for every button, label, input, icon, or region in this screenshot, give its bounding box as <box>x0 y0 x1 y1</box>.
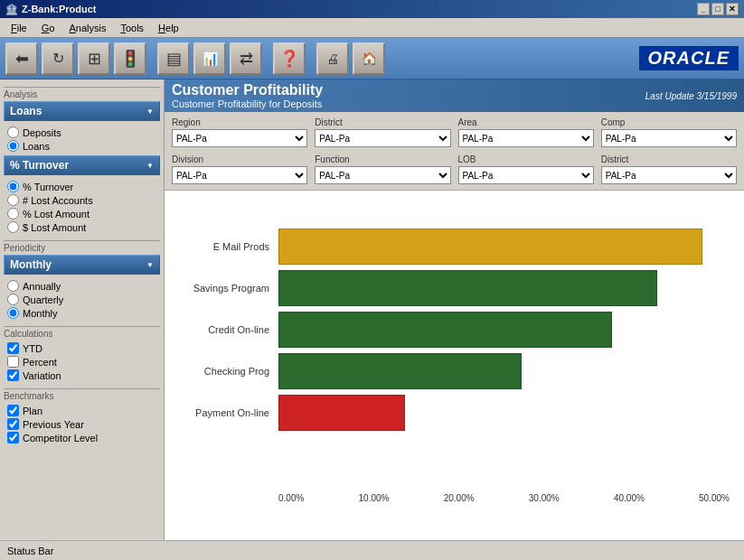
bar-row: Checking Prog <box>179 353 730 389</box>
variation-option[interactable]: Variation <box>7 369 156 381</box>
ytd-option[interactable]: YTD <box>7 342 156 354</box>
x-axis: 0.00% 10.00% 20.00% 30.00% 40.00% 50.00% <box>179 493 730 503</box>
menu-bar: File Go Analysis Tools Help <box>0 18 744 38</box>
back-button[interactable]: ⬅ <box>5 42 38 75</box>
monthly-option[interactable]: Monthly <box>7 307 156 319</box>
print-button[interactable]: 🖨 <box>316 42 349 75</box>
bar <box>278 229 702 265</box>
quarterly-label: Quarterly <box>23 294 63 305</box>
quarterly-radio[interactable] <box>7 294 19 305</box>
lob-select[interactable]: PAL-Pa <box>458 166 594 184</box>
x-label-10: 10.00% <box>359 493 390 503</box>
district-label: District <box>315 117 450 127</box>
variation-checkbox[interactable] <box>7 369 19 381</box>
district-select[interactable]: PAL-Pa <box>315 129 450 147</box>
monthly-label: Monthly <box>23 308 58 319</box>
comp-label: Comp <box>601 117 737 127</box>
bar-row: Savings Program <box>179 270 730 306</box>
filter-row: Region PAL-Pa District PAL-Pa Area PAL-P… <box>165 112 744 191</box>
competitor-checkbox[interactable] <box>7 432 19 443</box>
lost-accounts-option[interactable]: # Lost Accounts <box>7 194 156 206</box>
menu-file[interactable]: File <box>4 21 34 35</box>
dollar-lost-radio[interactable] <box>7 221 19 233</box>
pct-turnover-option[interactable]: % Turnover <box>7 181 156 192</box>
previous-year-checkbox[interactable] <box>7 418 19 430</box>
table-button[interactable]: ▤ <box>157 42 190 75</box>
pct-lost-radio[interactable] <box>7 208 19 219</box>
menu-analysis[interactable]: Analysis <box>61 21 113 35</box>
x-label-40: 40.00% <box>614 493 645 503</box>
bar-label: E Mail Prods <box>179 241 278 252</box>
minimize-button[interactable]: _ <box>697 3 710 15</box>
monthly-radio[interactable] <box>7 307 19 319</box>
percent-checkbox[interactable] <box>7 356 19 368</box>
region-select[interactable]: PAL-Pa <box>172 129 307 147</box>
district2-label: District <box>601 154 737 164</box>
menu-tools[interactable]: Tools <box>113 21 151 35</box>
deposits-radio[interactable] <box>7 126 19 138</box>
region-filter: Region PAL-Pa <box>172 117 307 147</box>
previous-year-option[interactable]: Previous Year <box>7 418 156 430</box>
pct-lost-option[interactable]: % Lost Amount <box>7 208 156 219</box>
region-label: Region <box>172 117 307 127</box>
annually-radio[interactable] <box>7 280 19 292</box>
annually-option[interactable]: Annually <box>7 280 156 292</box>
quarterly-option[interactable]: Quarterly <box>7 294 156 305</box>
function-select[interactable]: PAL-Pa <box>315 166 450 184</box>
chart-button[interactable]: 📊 <box>193 42 226 75</box>
bar <box>278 312 612 348</box>
left-panel: Analysis Loans ▼ Deposits Loans % Turnov… <box>0 79 165 540</box>
benchmarks-group: Plan Previous Year Competitor Level <box>4 403 160 447</box>
area-select[interactable]: PAL-Pa <box>458 129 594 147</box>
help-button[interactable]: ❓ <box>273 42 306 75</box>
comp-select[interactable]: PAL-Pa <box>601 129 737 147</box>
close-button[interactable]: ✕ <box>726 3 739 15</box>
grid-button[interactable]: ⊞ <box>78 42 110 75</box>
traffic-button[interactable]: 🚦 <box>114 42 146 75</box>
content-header-left: Customer Profitability Customer Profitab… <box>172 82 323 109</box>
loans-radio[interactable] <box>7 140 19 152</box>
monthly-dropdown[interactable]: Monthly ▼ <box>4 255 160 275</box>
home-button[interactable]: 🏠 <box>353 42 385 75</box>
dollar-lost-option[interactable]: $ Lost Amount <box>7 221 156 233</box>
loans-label: Loans <box>23 141 50 152</box>
division-filter: Division PAL-Pa <box>172 154 307 184</box>
deposits-option[interactable]: Deposits <box>7 126 156 138</box>
menu-help[interactable]: Help <box>151 21 186 35</box>
lost-accounts-radio[interactable] <box>7 194 19 206</box>
district2-select[interactable]: PAL-Pa <box>601 166 737 184</box>
x-label-50: 50.00% <box>699 493 730 503</box>
plan-checkbox[interactable] <box>7 405 19 416</box>
variation-label: Variation <box>23 370 61 381</box>
pct-lost-label: % Lost Amount <box>23 209 89 219</box>
refresh-button[interactable]: ↻ <box>42 42 74 75</box>
competitor-level-option[interactable]: Competitor Level <box>7 432 156 443</box>
pct-turnover-radio[interactable] <box>7 181 19 192</box>
bar-label: Checking Prog <box>179 366 278 377</box>
filter-row-1: Region PAL-Pa District PAL-Pa Area PAL-P… <box>172 116 737 149</box>
x-label-20: 20.00% <box>444 493 475 503</box>
analysis-label: Analysis <box>4 87 160 99</box>
maximize-button[interactable]: □ <box>711 3 724 15</box>
loans-dropdown[interactable]: Loans ▼ <box>4 101 160 121</box>
content-header: Customer Profitability Customer Profitab… <box>165 79 744 112</box>
title-bar-left: 🏦 Z-Bank:Product <box>5 4 97 15</box>
plan-option[interactable]: Plan <box>7 405 156 416</box>
division-select[interactable]: PAL-Pa <box>172 166 307 184</box>
arrow-button[interactable]: ⇄ <box>230 42 262 75</box>
menu-go[interactable]: Go <box>34 21 62 35</box>
x-label-30: 30.00% <box>529 493 560 503</box>
turnover-arrow-icon: ▼ <box>146 162 154 170</box>
content-subtitle: Customer Profitability for Deposits <box>172 98 323 109</box>
percent-option[interactable]: Percent <box>7 356 156 368</box>
turnover-dropdown[interactable]: % Turnover ▼ <box>4 155 160 175</box>
periodicity-label: Periodicity <box>4 240 160 253</box>
content-title: Customer Profitability <box>172 82 323 98</box>
ytd-checkbox[interactable] <box>7 342 19 354</box>
loans-option[interactable]: Loans <box>7 140 156 152</box>
filter-row-2: Division PAL-Pa Function PAL-Pa LOB PAL-… <box>172 153 737 186</box>
bar-bg <box>278 229 730 265</box>
last-update: Last Update 3/15/1999 <box>645 91 737 101</box>
dollar-lost-label: $ Lost Amount <box>23 222 86 233</box>
bar-bg <box>278 312 730 348</box>
